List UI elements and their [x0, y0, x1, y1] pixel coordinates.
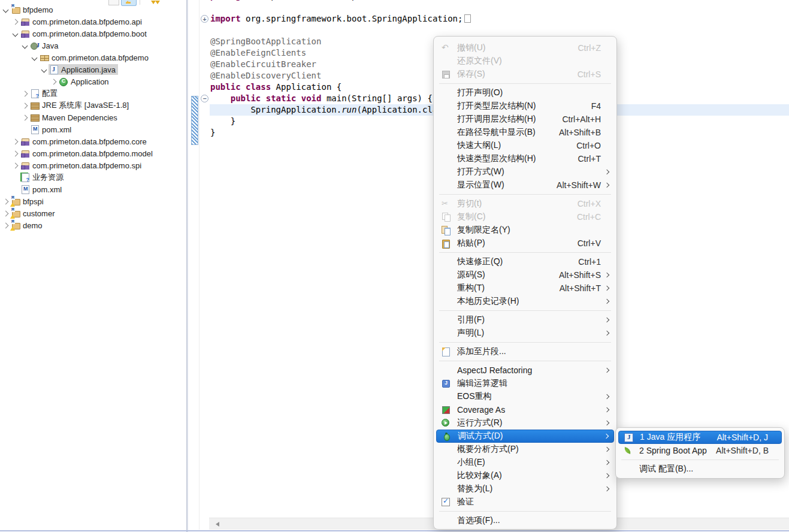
tree-item[interactable]: bfpdemo [0, 4, 186, 16]
context-menu-item[interactable]: 剪切(t)Ctrl+X [436, 197, 614, 210]
tree-item[interactable]: Application [0, 75, 186, 87]
context-menu-item[interactable]: 替换为(L) [436, 482, 614, 495]
tree-item[interactable]: customer [0, 207, 186, 219]
context-menu-separator [439, 194, 611, 195]
fold-plus-icon[interactable]: + [201, 15, 208, 23]
submenu-arrow-icon [604, 286, 609, 291]
tree-item[interactable]: pom.xml [0, 183, 186, 195]
tree-item[interactable]: com.primeton.data.bfpdemo.boot [0, 28, 186, 40]
tree-expander[interactable] [1, 211, 10, 216]
context-menu-item[interactable]: 粘贴(P)Ctrl+V [436, 237, 614, 250]
context-menu-item[interactable]: 小组(E) [436, 456, 614, 469]
tree-expander[interactable] [11, 20, 20, 24]
cut-icon [441, 199, 451, 208]
debug-submenu-item[interactable]: 2 Spring Boot AppAlt+Shift+D, B [618, 444, 782, 457]
tree-expander[interactable] [49, 80, 58, 84]
tree-expander[interactable] [11, 164, 20, 168]
debug-submenu-item[interactable]: 调试 配置(B)... [618, 463, 782, 476]
context-menu-item[interactable]: EOS重构 [436, 390, 614, 403]
context-menu-item[interactable]: 复制(C)Ctrl+C [436, 210, 614, 223]
editor-vertical-ruler [188, 0, 199, 530]
context-menu-item[interactable]: 打开调用层次结构(H)Ctrl+Alt+H [436, 113, 614, 126]
context-menu-item[interactable]: 保存(S)Ctrl+S [436, 68, 614, 81]
tree-expander[interactable] [20, 92, 29, 96]
tree-expander[interactable] [40, 68, 49, 72]
tree-item[interactable]: Java [0, 40, 186, 52]
tree-expander[interactable] [1, 8, 10, 12]
context-menu-item[interactable]: 比较对象(A) [436, 469, 614, 482]
chevron-right-icon [13, 19, 19, 25]
module-icon [20, 137, 30, 146]
tree-item[interactable]: Application.java [0, 64, 186, 75]
context-menu-separator [439, 342, 611, 343]
tree-item[interactable]: JRE 系统库 [JavaSE-1.8] [0, 99, 186, 111]
context-menu-item[interactable]: 运行方式(R) [436, 416, 614, 430]
context-menu-item[interactable]: 声明(L) [436, 327, 614, 340]
chevron-right-icon [22, 114, 28, 120]
tree-item[interactable]: com.primeton.data.bfpdemo.spi [0, 159, 186, 171]
context-menu-item[interactable]: 编辑运算逻辑 [436, 377, 614, 390]
tree-expander[interactable] [1, 200, 10, 204]
maven-project-warning-icon [11, 208, 20, 218]
context-menu-item[interactable]: 复制限定名(Y) [436, 223, 614, 237]
context-menu-item[interactable]: 验证 [436, 495, 614, 509]
context-menu-item[interactable]: 源码(S)Alt+Shift+S [436, 268, 614, 282]
range-indicator [191, 96, 198, 145]
context-menu-item[interactable]: 撤销(U)Ctrl+Z [436, 41, 614, 55]
pom-icon [30, 125, 40, 134]
context-menu-item[interactable]: 添加至片段... [436, 345, 614, 358]
tree-item[interactable]: demo [0, 219, 186, 231]
tree-expander[interactable] [20, 116, 29, 120]
tree-item[interactable]: pom.xml [0, 123, 186, 135]
tree-expander[interactable] [11, 152, 20, 156]
tree-item[interactable]: bfpspi [0, 195, 186, 207]
context-menu-item[interactable]: 引用(F) [436, 313, 614, 327]
context-menu-item[interactable]: 打开类型层次结构(N)F4 [436, 99, 614, 113]
folding-gutter: +− [199, 0, 210, 530]
submenu-arrow-icon [604, 318, 609, 322]
context-menu-item[interactable]: 在路径导航中显示(B)Alt+Shift+B [436, 126, 614, 139]
context-menu-item[interactable]: 快速大纲(L)Ctrl+O [436, 139, 614, 152]
context-menu-item[interactable]: 首选项(F)... [436, 514, 614, 527]
context-menu-item[interactable]: 概要分析方式(P) [436, 443, 614, 456]
warning-overlay-icon [10, 214, 15, 219]
context-menu-item[interactable]: 重构(T)Alt+Shift+T [436, 282, 614, 295]
tree-item[interactable]: 配置 [0, 87, 186, 99]
context-menu-item[interactable]: 快速类型层次结构(H)Ctrl+T [436, 152, 614, 165]
context-menu-separator [439, 83, 611, 84]
submenu-arrow-icon [604, 421, 609, 425]
context-menu-item[interactable]: 调试方式(D) [436, 430, 614, 443]
submenu-arrow-icon [604, 368, 609, 373]
context-menu-item[interactable]: 快速修正(Q)Ctrl+1 [436, 255, 614, 268]
tree-item[interactable]: com.primeton.data.bfpdemo [0, 52, 186, 64]
tree-expander[interactable] [1, 223, 10, 228]
context-menu-item[interactable]: 打开声明(O) [436, 86, 614, 99]
tree-item[interactable]: com.primeton.data.bfpdemo.model [0, 147, 186, 159]
context-menu-item[interactable]: Coverage As [436, 403, 614, 416]
scroll-left-arrow-icon[interactable] [213, 522, 219, 527]
tree-item[interactable]: Maven Dependencies [0, 111, 186, 123]
tree-expander[interactable] [11, 140, 20, 144]
pom-icon [20, 185, 30, 194]
debug-submenu-item[interactable]: 1 Java 应用程序Alt+Shift+D, J [618, 431, 782, 444]
chevron-right-icon [3, 222, 9, 228]
java-app-icon [624, 433, 633, 442]
class-icon [59, 77, 68, 86]
tree-item[interactable]: 业务资源 [0, 171, 186, 183]
chevron-right-icon [51, 78, 57, 84]
context-menu-item[interactable]: 还原文件(V) [436, 55, 614, 68]
tree-expander[interactable] [30, 56, 39, 60]
submenu-arrow-icon [604, 486, 609, 491]
fold-minus-icon[interactable]: − [201, 95, 208, 102]
tree-expander[interactable] [11, 32, 20, 36]
context-menu-item[interactable]: AspectJ Refactoring [436, 364, 614, 377]
context-menu-item[interactable]: 显示位置(W)Alt+Shift+W [436, 179, 614, 192]
tree-expander[interactable] [20, 44, 29, 48]
folded-imports-box[interactable] [464, 14, 471, 23]
tree-item[interactable]: com.primeton.data.bfpdemo.api [0, 16, 186, 28]
context-menu-item[interactable]: 打开方式(W) [436, 165, 614, 179]
tree-expander[interactable] [20, 104, 29, 108]
context-menu-item[interactable]: 本地历史记录(H) [436, 295, 614, 308]
tree-item[interactable]: com.primeton.data.bfpdemo.core [0, 135, 186, 147]
submenu-arrow-icon [604, 299, 609, 304]
